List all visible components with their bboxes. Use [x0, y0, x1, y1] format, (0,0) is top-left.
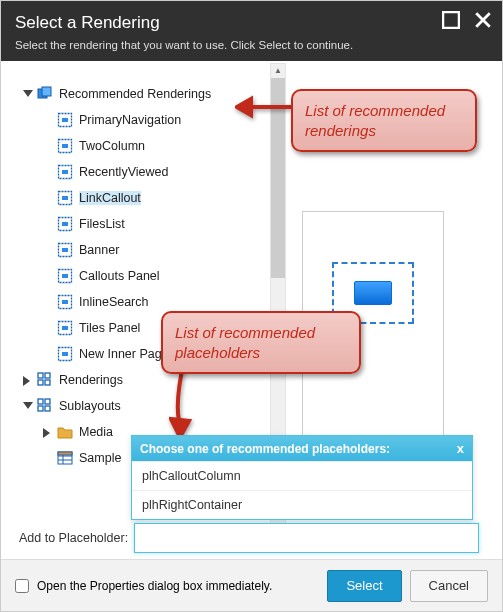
tree-item[interactable]: FilesList — [23, 211, 278, 237]
folder-icon — [57, 424, 73, 440]
maximize-icon[interactable] — [442, 11, 460, 29]
checkbox-label: Open the Properties dialog box immediate… — [37, 579, 272, 593]
svg-rect-2 — [42, 87, 51, 96]
dialog-title: Select a Rendering — [15, 13, 488, 33]
tree-item-label: TwoColumn — [79, 139, 145, 153]
placeholder-popup: Choose one of recommended placeholders: … — [131, 435, 473, 520]
tree-item-label: Tiles Panel — [79, 321, 140, 335]
dialog-footer: Open the Properties dialog box immediate… — [1, 559, 502, 611]
tree-item-label: Callouts Panel — [79, 269, 160, 283]
annotation-callout-2: List of recommended placeholders — [161, 311, 361, 374]
expand-icon[interactable] — [43, 427, 53, 437]
svg-rect-6 — [62, 144, 68, 148]
layout-icon — [57, 268, 73, 284]
dialog-header: Select a Rendering Select the rendering … — [1, 1, 502, 61]
tree-item[interactable]: Callouts Panel — [23, 263, 278, 289]
tree-item-label: LinkCallout — [79, 191, 141, 205]
tree-item[interactable]: RecentlyViewed — [23, 159, 278, 185]
grid-icon — [37, 372, 53, 388]
svg-rect-14 — [62, 248, 68, 252]
popup-item[interactable]: plhRightContainer — [132, 490, 472, 519]
svg-rect-22 — [62, 352, 68, 356]
svg-rect-30 — [45, 406, 50, 411]
tree-label: Recommended Renderings — [59, 87, 211, 101]
svg-rect-29 — [38, 406, 43, 411]
collapse-icon[interactable] — [23, 89, 33, 99]
svg-rect-23 — [38, 373, 43, 378]
layout-icon — [57, 320, 73, 336]
layout-icon — [57, 294, 73, 310]
svg-rect-12 — [62, 222, 68, 226]
multi-window-icon — [37, 86, 53, 102]
grid-icon — [37, 398, 53, 414]
svg-rect-27 — [38, 399, 43, 404]
layout-icon — [57, 346, 73, 362]
annotation-callout-1: List of recommended renderings — [291, 89, 477, 152]
tree-item-label: PrimaryNavigation — [79, 113, 181, 127]
tree-item-label: FilesList — [79, 217, 125, 231]
svg-rect-28 — [45, 399, 50, 404]
tree-item-label: InlineSearch — [79, 295, 149, 309]
svg-rect-10 — [62, 196, 68, 200]
popup-close-icon[interactable]: x — [457, 441, 464, 456]
placeholder-input[interactable] — [134, 523, 479, 553]
layout-icon — [57, 138, 73, 154]
svg-rect-0 — [443, 12, 459, 28]
cancel-button[interactable]: Cancel — [410, 570, 488, 602]
tree-item-label: New Inner Page — [79, 347, 169, 361]
tree-node-sublayouts[interactable]: Sublayouts — [23, 393, 278, 419]
svg-rect-26 — [45, 380, 50, 385]
scroll-up-icon[interactable]: ▲ — [271, 64, 285, 78]
tree-label: Renderings — [59, 373, 123, 387]
dialog-subtitle: Select the rendering that you want to us… — [15, 39, 488, 51]
popup-header: Choose one of recommended placeholders: … — [132, 436, 472, 461]
placeholder-row: Add to Placeholder: — [19, 523, 479, 553]
svg-rect-35 — [58, 452, 72, 455]
annotation-text: List of recommended renderings — [305, 102, 445, 139]
layout-icon — [57, 190, 73, 206]
svg-rect-20 — [62, 326, 68, 330]
annotation-arrow-icon — [235, 95, 291, 119]
svg-rect-24 — [45, 373, 50, 378]
popup-title: Choose one of recommended placeholders: — [140, 442, 390, 456]
tree-label: Media — [79, 425, 113, 439]
popup-item[interactable]: plhCalloutColumn — [132, 461, 472, 490]
select-button[interactable]: Select — [327, 570, 401, 602]
tree-item[interactable]: Banner — [23, 237, 278, 263]
rendering-chip-icon — [354, 281, 392, 305]
tree-item[interactable]: LinkCallout — [23, 185, 278, 211]
layout-icon — [57, 216, 73, 232]
svg-rect-16 — [62, 274, 68, 278]
layout-icon — [57, 164, 73, 180]
dialog-content: Recommended Renderings PrimaryNavigation… — [1, 61, 502, 557]
svg-rect-8 — [62, 170, 68, 174]
tree-label: Sample — [79, 451, 121, 465]
tree-item-label: Banner — [79, 243, 119, 257]
svg-rect-4 — [62, 118, 68, 122]
layout-icon — [57, 242, 73, 258]
tree-item-label: RecentlyViewed — [79, 165, 168, 179]
open-properties-checkbox[interactable] — [15, 579, 29, 593]
close-icon[interactable] — [474, 11, 492, 29]
annotation-text: List of recommended placeholders — [175, 324, 315, 361]
placeholder-label: Add to Placeholder: — [19, 531, 128, 545]
svg-rect-25 — [38, 380, 43, 385]
layout-icon — [57, 112, 73, 128]
tree-item[interactable]: TwoColumn — [23, 133, 278, 159]
expand-icon[interactable] — [23, 375, 33, 385]
collapse-icon[interactable] — [23, 401, 33, 411]
table-icon — [57, 450, 73, 466]
tree-label: Sublayouts — [59, 399, 121, 413]
svg-rect-18 — [62, 300, 68, 304]
